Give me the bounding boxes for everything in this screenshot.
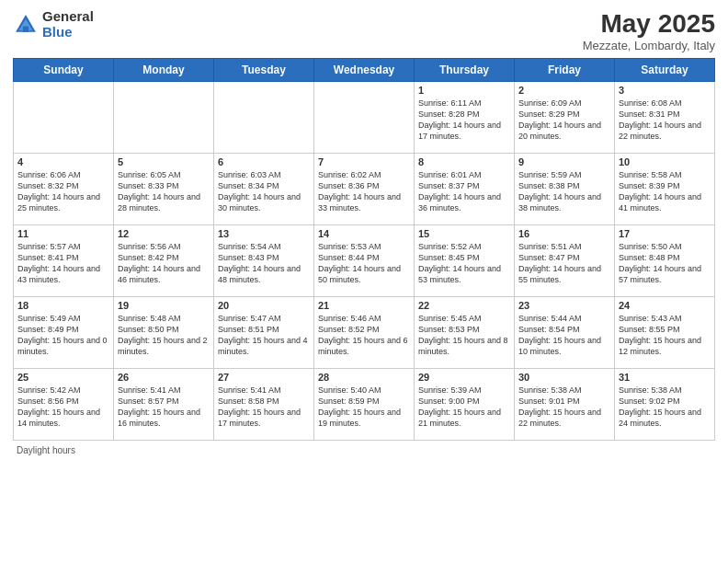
day-info: Sunrise: 5:59 AM Sunset: 8:38 PM Dayligh… — [518, 169, 610, 214]
day-number: 8 — [418, 156, 510, 167]
svg-rect-2 — [23, 26, 28, 31]
weekday-header-saturday: Saturday — [615, 59, 715, 82]
calendar-cell: 21Sunrise: 5:46 AM Sunset: 8:52 PM Dayli… — [314, 297, 415, 369]
day-info: Sunrise: 6:11 AM Sunset: 8:28 PM Dayligh… — [418, 98, 510, 143]
day-info: Sunrise: 5:47 AM Sunset: 8:51 PM Dayligh… — [218, 313, 310, 358]
daylight-label: Daylight hours — [17, 445, 75, 455]
day-number: 17 — [619, 228, 711, 239]
main-title: May 2025 — [583, 9, 715, 39]
day-number: 27 — [218, 372, 310, 383]
calendar-cell: 27Sunrise: 5:41 AM Sunset: 8:58 PM Dayli… — [214, 369, 314, 441]
day-number: 18 — [17, 300, 109, 311]
weekday-header-thursday: Thursday — [415, 59, 515, 82]
day-number: 7 — [318, 156, 410, 167]
weekday-header-sunday: Sunday — [14, 59, 114, 82]
day-info: Sunrise: 6:02 AM Sunset: 8:36 PM Dayligh… — [318, 169, 410, 214]
day-info: Sunrise: 5:38 AM Sunset: 9:02 PM Dayligh… — [619, 385, 711, 430]
day-info: Sunrise: 5:54 AM Sunset: 8:43 PM Dayligh… — [218, 241, 310, 286]
day-info: Sunrise: 6:06 AM Sunset: 8:32 PM Dayligh… — [17, 169, 109, 214]
day-number: 4 — [17, 156, 109, 167]
calendar-body: 1Sunrise: 6:11 AM Sunset: 8:28 PM Daylig… — [14, 82, 715, 441]
day-info: Sunrise: 5:46 AM Sunset: 8:52 PM Dayligh… — [318, 313, 410, 358]
weekday-header-friday: Friday — [515, 59, 615, 82]
day-info: Sunrise: 5:41 AM Sunset: 8:57 PM Dayligh… — [118, 385, 210, 430]
calendar-cell: 15Sunrise: 5:52 AM Sunset: 8:45 PM Dayli… — [415, 225, 515, 297]
footer: Daylight hours — [13, 445, 715, 455]
calendar-cell — [114, 82, 214, 154]
day-number: 30 — [518, 372, 610, 383]
calendar-cell: 26Sunrise: 5:41 AM Sunset: 8:57 PM Dayli… — [114, 369, 214, 441]
calendar-cell: 1Sunrise: 6:11 AM Sunset: 8:28 PM Daylig… — [415, 82, 515, 154]
calendar-cell: 29Sunrise: 5:39 AM Sunset: 9:00 PM Dayli… — [415, 369, 515, 441]
logo-icon — [13, 12, 39, 38]
day-info: Sunrise: 5:39 AM Sunset: 9:00 PM Dayligh… — [418, 385, 510, 430]
calendar-cell: 23Sunrise: 5:44 AM Sunset: 8:54 PM Dayli… — [515, 297, 615, 369]
calendar-cell: 30Sunrise: 5:38 AM Sunset: 9:01 PM Dayli… — [515, 369, 615, 441]
calendar-cell: 2Sunrise: 6:09 AM Sunset: 8:29 PM Daylig… — [515, 82, 615, 154]
day-number: 10 — [619, 156, 711, 167]
day-info: Sunrise: 5:45 AM Sunset: 8:53 PM Dayligh… — [418, 313, 510, 358]
day-number: 26 — [118, 372, 210, 383]
day-number: 11 — [17, 228, 109, 239]
day-number: 23 — [518, 300, 610, 311]
calendar-cell: 28Sunrise: 5:40 AM Sunset: 8:59 PM Dayli… — [314, 369, 415, 441]
logo-text: General Blue — [42, 9, 94, 40]
calendar-cell: 9Sunrise: 5:59 AM Sunset: 8:38 PM Daylig… — [515, 154, 615, 225]
day-number: 12 — [118, 228, 210, 239]
calendar-cell: 17Sunrise: 5:50 AM Sunset: 8:48 PM Dayli… — [615, 225, 715, 297]
weekday-header-row: SundayMondayTuesdayWednesdayThursdayFrid… — [14, 59, 715, 82]
calendar-cell: 16Sunrise: 5:51 AM Sunset: 8:47 PM Dayli… — [515, 225, 615, 297]
day-info: Sunrise: 5:44 AM Sunset: 8:54 PM Dayligh… — [518, 313, 610, 358]
day-number: 25 — [17, 372, 109, 383]
day-info: Sunrise: 6:05 AM Sunset: 8:33 PM Dayligh… — [118, 169, 210, 214]
calendar-cell — [214, 82, 314, 154]
calendar-cell: 31Sunrise: 5:38 AM Sunset: 9:02 PM Dayli… — [615, 369, 715, 441]
weekday-header-wednesday: Wednesday — [314, 59, 415, 82]
day-number: 24 — [619, 300, 711, 311]
calendar-cell: 5Sunrise: 6:05 AM Sunset: 8:33 PM Daylig… — [114, 154, 214, 225]
day-info: Sunrise: 5:41 AM Sunset: 8:58 PM Dayligh… — [218, 385, 310, 430]
day-info: Sunrise: 5:50 AM Sunset: 8:48 PM Dayligh… — [619, 241, 711, 286]
day-info: Sunrise: 5:58 AM Sunset: 8:39 PM Dayligh… — [619, 169, 711, 214]
day-info: Sunrise: 5:42 AM Sunset: 8:56 PM Dayligh… — [17, 385, 109, 430]
day-number: 14 — [318, 228, 410, 239]
day-number: 31 — [619, 372, 711, 383]
calendar-cell: 3Sunrise: 6:08 AM Sunset: 8:31 PM Daylig… — [615, 82, 715, 154]
calendar-cell: 11Sunrise: 5:57 AM Sunset: 8:41 PM Dayli… — [14, 225, 114, 297]
calendar-week-2: 4Sunrise: 6:06 AM Sunset: 8:32 PM Daylig… — [14, 154, 715, 225]
day-number: 21 — [318, 300, 410, 311]
calendar-cell: 7Sunrise: 6:02 AM Sunset: 8:36 PM Daylig… — [314, 154, 415, 225]
subtitle: Mezzate, Lombardy, Italy — [583, 39, 715, 52]
day-info: Sunrise: 5:40 AM Sunset: 8:59 PM Dayligh… — [318, 385, 410, 430]
day-number: 13 — [218, 228, 310, 239]
calendar-cell: 6Sunrise: 6:03 AM Sunset: 8:34 PM Daylig… — [214, 154, 314, 225]
day-info: Sunrise: 5:57 AM Sunset: 8:41 PM Dayligh… — [17, 241, 109, 286]
calendar-cell: 13Sunrise: 5:54 AM Sunset: 8:43 PM Dayli… — [214, 225, 314, 297]
header: General Blue May 2025 Mezzate, Lombardy,… — [13, 9, 715, 52]
day-info: Sunrise: 6:08 AM Sunset: 8:31 PM Dayligh… — [619, 98, 711, 143]
day-info: Sunrise: 5:38 AM Sunset: 9:01 PM Dayligh… — [518, 385, 610, 430]
calendar-cell: 8Sunrise: 6:01 AM Sunset: 8:37 PM Daylig… — [415, 154, 515, 225]
calendar-header: SundayMondayTuesdayWednesdayThursdayFrid… — [14, 59, 715, 82]
day-info: Sunrise: 5:43 AM Sunset: 8:55 PM Dayligh… — [619, 313, 711, 358]
day-info: Sunrise: 5:48 AM Sunset: 8:50 PM Dayligh… — [118, 313, 210, 358]
calendar-week-3: 11Sunrise: 5:57 AM Sunset: 8:41 PM Dayli… — [14, 225, 715, 297]
day-info: Sunrise: 5:51 AM Sunset: 8:47 PM Dayligh… — [518, 241, 610, 286]
day-number: 20 — [218, 300, 310, 311]
day-info: Sunrise: 6:09 AM Sunset: 8:29 PM Dayligh… — [518, 98, 610, 143]
calendar-week-1: 1Sunrise: 6:11 AM Sunset: 8:28 PM Daylig… — [14, 82, 715, 154]
title-block: May 2025 Mezzate, Lombardy, Italy — [583, 9, 715, 52]
day-number: 16 — [518, 228, 610, 239]
day-number: 29 — [418, 372, 510, 383]
calendar-cell: 25Sunrise: 5:42 AM Sunset: 8:56 PM Dayli… — [14, 369, 114, 441]
day-number: 9 — [518, 156, 610, 167]
day-info: Sunrise: 5:53 AM Sunset: 8:44 PM Dayligh… — [318, 241, 410, 286]
day-number: 3 — [619, 85, 711, 96]
calendar-cell — [314, 82, 415, 154]
day-number: 28 — [318, 372, 410, 383]
day-number: 15 — [418, 228, 510, 239]
day-number: 2 — [518, 85, 610, 96]
day-number: 19 — [118, 300, 210, 311]
day-info: Sunrise: 5:49 AM Sunset: 8:49 PM Dayligh… — [17, 313, 109, 358]
logo-general-text: General — [42, 9, 94, 25]
